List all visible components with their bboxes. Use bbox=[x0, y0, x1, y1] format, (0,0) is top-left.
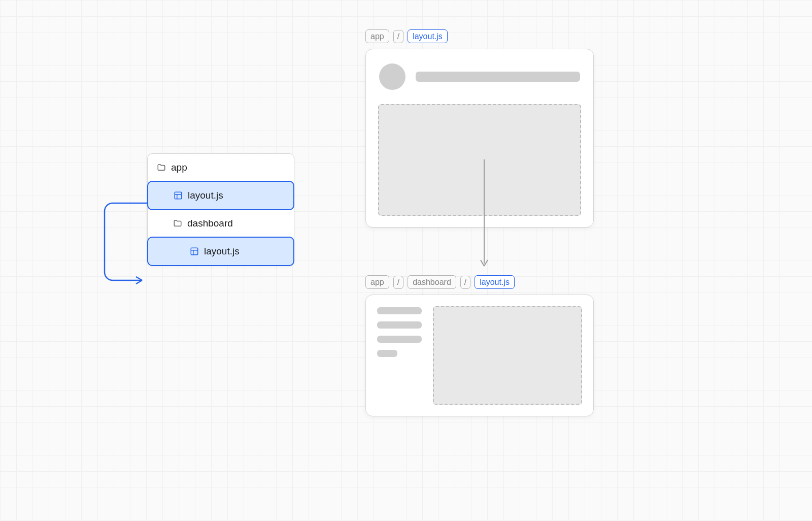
wireframe-dashboard-layout bbox=[365, 295, 594, 416]
tree-label: app bbox=[171, 162, 187, 173]
crumb-file-layout: layout.js bbox=[408, 29, 448, 43]
breadcrumb-bottom: app / dashboard / layout.js bbox=[365, 275, 515, 289]
crumb-separator: / bbox=[393, 30, 403, 43]
children-slot bbox=[433, 306, 582, 405]
nav-placeholder bbox=[377, 350, 397, 357]
tree-label: layout.js bbox=[204, 246, 240, 257]
avatar-placeholder bbox=[379, 63, 405, 90]
crumb-separator: / bbox=[460, 276, 470, 289]
breadcrumb-top: app / layout.js bbox=[365, 29, 448, 43]
tree-label: layout.js bbox=[188, 190, 223, 201]
svg-rect-1 bbox=[191, 248, 198, 255]
connector-arrow-icon bbox=[103, 201, 153, 287]
wireframe-root-layout bbox=[365, 49, 594, 227]
crumb-segment-app: app bbox=[365, 275, 389, 289]
folder-icon bbox=[157, 163, 166, 172]
tree-file-root-layout[interactable]: layout.js bbox=[147, 181, 294, 210]
nav-placeholder bbox=[377, 321, 422, 329]
tree-folder-app[interactable]: app bbox=[148, 154, 294, 181]
nav-placeholder bbox=[377, 336, 422, 343]
tree-folder-dashboard[interactable]: dashboard bbox=[148, 210, 294, 237]
crumb-segment-dashboard: dashboard bbox=[408, 275, 456, 289]
title-placeholder bbox=[416, 72, 580, 82]
layout-icon bbox=[174, 191, 183, 200]
crumb-file-layout: layout.js bbox=[475, 275, 515, 289]
children-slot bbox=[378, 104, 581, 216]
crumb-segment-app: app bbox=[365, 29, 389, 43]
tree-label: dashboard bbox=[187, 218, 233, 229]
tree-file-dashboard-layout[interactable]: layout.js bbox=[147, 237, 294, 266]
folder-icon bbox=[173, 219, 182, 228]
wireframe-header bbox=[378, 61, 581, 92]
nav-placeholder bbox=[377, 307, 422, 314]
wireframe-sidebar bbox=[377, 306, 422, 405]
file-tree: app layout.js dashboard layout.js bbox=[147, 153, 294, 266]
svg-rect-0 bbox=[175, 192, 182, 199]
crumb-separator: / bbox=[393, 276, 403, 289]
layout-icon bbox=[190, 247, 199, 256]
